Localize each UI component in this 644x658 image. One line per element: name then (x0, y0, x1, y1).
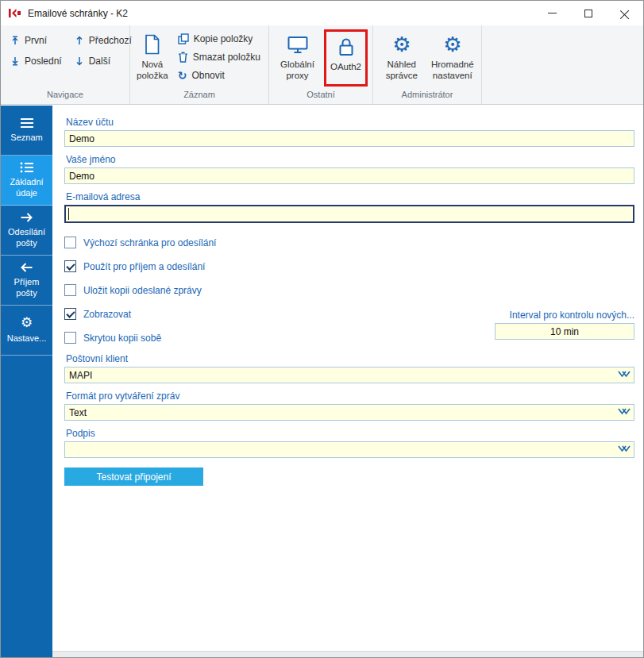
checkbox-label: Použít pro příjem a odesílání (83, 261, 205, 272)
checkbox-row-use-send-receive[interactable]: Použít pro příjem a odesílání (64, 258, 634, 275)
admin-preview-button[interactable]: ⚙ Náhled správce (380, 29, 424, 87)
dropdown-icon[interactable] (618, 370, 631, 379)
new-document-icon (144, 32, 160, 57)
checkbox[interactable] (64, 284, 76, 296)
refresh-label: Obnovit (191, 70, 224, 81)
maximize-button[interactable] (570, 1, 607, 25)
monitor-icon (287, 32, 308, 57)
app-logo-icon (8, 6, 21, 20)
gear-icon: ⚙ (443, 32, 461, 57)
new-item-button[interactable]: Nová položka (137, 29, 168, 87)
window-controls (534, 1, 643, 25)
first-label: První (25, 35, 47, 46)
first-button[interactable]: První (7, 33, 65, 48)
checkbox[interactable] (64, 237, 76, 248)
bulk-settings-label: Hromadné nastavení (429, 60, 476, 81)
sidebar: Seznam Základní údaje Odesílání pošty Př… (1, 106, 52, 657)
bulk-settings-button[interactable]: ⚙ Hromadné nastavení (429, 29, 476, 87)
arrow-right-icon (20, 212, 33, 223)
sidebar-item-seznam[interactable]: Seznam (1, 106, 52, 156)
email-address-input[interactable] (64, 205, 634, 223)
copy-item-button[interactable]: Kopie položky (175, 32, 264, 46)
signature-combo (64, 441, 634, 458)
lock-icon (338, 34, 354, 60)
oauth2-button[interactable]: OAuth2 (326, 32, 365, 73)
ribbon-group-administrator: ⚙ Náhled správce ⚙ Hromadné nastavení Ad… (373, 25, 482, 104)
arrow-up-bar-icon (10, 36, 20, 45)
sidebar-item-nastaveni[interactable]: ⚙ Nastave... (1, 306, 52, 356)
arrow-down-bar-icon (10, 56, 20, 66)
checkbox-row-save-copy[interactable]: Uložit kopii odeslané zprávy (64, 282, 634, 298)
window-title: Emailové schránky - K2 (28, 8, 128, 19)
next-button[interactable]: Další (71, 54, 135, 68)
ribbon-group-label-zaznam: Záznam (130, 87, 268, 104)
arrow-down-icon (75, 56, 84, 66)
close-button[interactable] (607, 1, 643, 25)
signature-label: Podpis (66, 428, 634, 440)
checkbox-label: Výchozí schránka pro odesílání (83, 237, 216, 248)
test-connection-button[interactable]: Testovat připojení (64, 468, 203, 486)
checkbox-label: Skrytou kopii sobě (83, 333, 161, 344)
previous-label: Předchozí (89, 35, 132, 46)
delete-item-button[interactable]: Smazat položku (175, 50, 264, 64)
ribbon-group-ostatni: Globální proxy OAuth2 Ostatní (269, 25, 373, 104)
sidebar-item-zakladni-udaje[interactable]: Základní údaje (1, 156, 52, 206)
last-label: Poslední (25, 56, 62, 67)
mail-client-combo (64, 367, 634, 383)
close-icon (620, 9, 630, 18)
ribbon-group-label-ostatni: Ostatní (269, 87, 372, 104)
sidebar-item-prijem-posty[interactable]: Příjem pošty (1, 256, 52, 306)
sidebar-item-label: Seznam (10, 133, 42, 143)
list-icon (20, 117, 34, 129)
admin-preview-label: Náhled správce (380, 60, 424, 81)
copy-icon (178, 33, 189, 44)
new-item-label: Nová položka (137, 60, 168, 81)
arrow-left-icon (20, 262, 33, 273)
refresh-button[interactable]: ↻ Obnovit (175, 68, 264, 83)
ribbon-group-navigace: První Poslední Předchozí Další (1, 25, 130, 104)
sidebar-item-odesilani-posty[interactable]: Odesílání pošty (1, 206, 52, 256)
your-name-input[interactable] (64, 167, 634, 184)
account-name-label: Název účtu (66, 117, 634, 129)
maximize-icon (584, 10, 592, 17)
gear-icon: ⚙ (21, 316, 33, 329)
mail-client-input[interactable] (64, 367, 634, 383)
detail-list-icon (20, 162, 34, 173)
message-format-input[interactable] (64, 404, 634, 421)
minimize-button[interactable] (534, 1, 570, 25)
next-label: Další (89, 56, 110, 67)
sidebar-item-label: Základní údaje (2, 177, 51, 198)
checkbox[interactable] (64, 332, 76, 344)
checkbox-label: Uložit kopii odeslané zprávy (83, 285, 202, 296)
dropdown-icon[interactable] (618, 407, 631, 416)
email-address-label: E-mailová adresa (66, 191, 634, 203)
title-bar: Emailové schránky - K2 (1, 1, 643, 25)
your-name-label: Vaše jméno (66, 154, 634, 166)
signature-input[interactable] (64, 441, 634, 458)
interval-label: Interval pro kontrolu nových... (495, 310, 634, 321)
ribbon-group-label-administrator: Administrátor (373, 87, 481, 104)
global-proxy-label: Globální proxy (276, 60, 319, 81)
ribbon-spacer (482, 25, 643, 104)
gear-icon: ⚙ (392, 32, 411, 57)
account-name-input[interactable] (64, 130, 634, 147)
checkbox[interactable] (64, 260, 76, 272)
arrow-up-icon (75, 36, 84, 45)
sidebar-item-label: Nastave... (7, 333, 47, 344)
oauth2-label: OAuth2 (330, 62, 361, 73)
dropdown-icon[interactable] (618, 444, 631, 453)
checkbox[interactable] (64, 308, 76, 320)
mail-client-label: Poštovní klient (66, 353, 634, 365)
trash-icon (178, 52, 188, 63)
oauth2-highlight-box: OAuth2 (324, 29, 368, 87)
ribbon-group-zaznam: Nová položka Kopie položky Smazat položk… (130, 25, 269, 104)
checkbox-row-default-outbox[interactable]: Výchozí schránka pro odesílání (64, 234, 634, 251)
last-button[interactable]: Poslední (7, 54, 65, 68)
interval-field: Interval pro kontrolu nových... (495, 310, 634, 340)
sidebar-item-label: Příjem pošty (2, 277, 51, 298)
previous-button[interactable]: Předchozí (71, 33, 135, 48)
interval-input[interactable] (495, 323, 634, 340)
global-proxy-button[interactable]: Globální proxy (276, 29, 319, 87)
minimize-icon (548, 13, 557, 13)
status-bar (52, 651, 643, 657)
